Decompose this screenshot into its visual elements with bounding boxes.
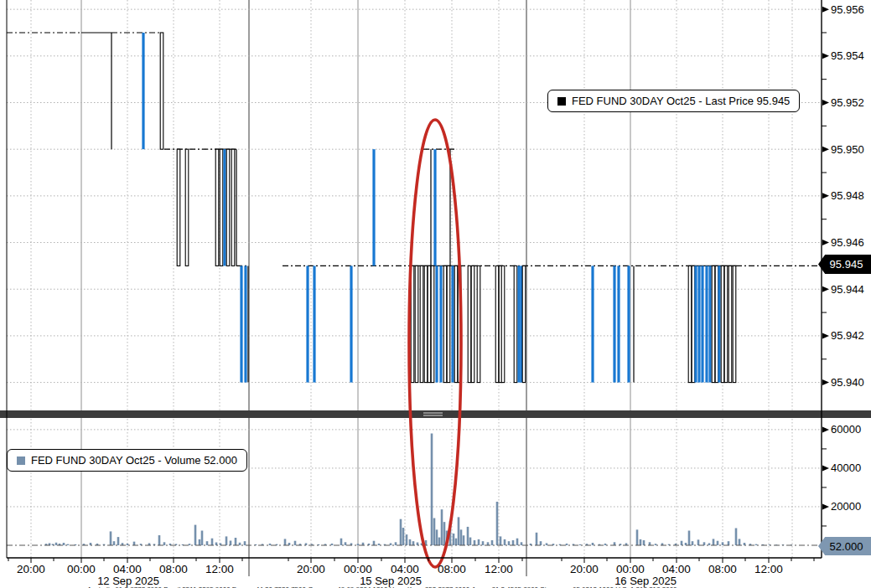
price-bar-hollow (688, 266, 692, 382)
x-axis-hour-label: 20:00 (17, 563, 45, 575)
chart-canvas[interactable]: 95.95695.95495.95295.95095.94895.94695.9… (0, 0, 871, 588)
price-bar-hollow (522, 266, 526, 382)
price-bar-hollow (215, 149, 219, 266)
price-bar-hollow (692, 266, 695, 382)
price-bar-hollow (715, 266, 718, 382)
price-bar-hollow (468, 266, 471, 382)
price-bar-hollow (724, 266, 728, 382)
price-bar-hollow (160, 33, 163, 149)
volume-axis-tick-label: 40000 (831, 462, 861, 474)
price-series-swatch-icon (557, 97, 566, 106)
price-bar-hollow (733, 266, 736, 382)
volume-series-swatch-icon (17, 456, 25, 465)
price-bar-hollow (477, 266, 480, 382)
price-bar-hollow (428, 266, 431, 382)
price-bar-hollow (501, 266, 505, 382)
x-axis-hour-label: 20:00 (297, 563, 325, 575)
price-bar-hollow (231, 149, 235, 266)
volume-series-legend-label: FED FUND 30DAY Oct25 - Volume 52.000 (31, 454, 237, 467)
price-bar-hollow (721, 266, 724, 382)
price-bar-hollow (728, 266, 732, 382)
panel-splitter-handle[interactable] (0, 410, 871, 418)
x-axis-hour-label: 12:00 (485, 563, 513, 575)
price-axis-tick-label: 95.940 (831, 376, 864, 389)
price-bar-hollow (454, 266, 458, 382)
fed-funds-futures-chart-window: 95.95695.95495.95295.95095.94895.94695.9… (0, 0, 871, 588)
x-axis-hour-label: 04:00 (662, 563, 691, 575)
price-axis-tick-label: 95.946 (831, 236, 864, 249)
price-axis-tick-label: 95.956 (831, 3, 864, 16)
price-bar-hollow (226, 149, 230, 266)
x-axis-hour-label: 12:00 (205, 563, 234, 575)
x-axis-hour-label: 08:00 (438, 563, 466, 575)
price-bar-hollow (420, 266, 423, 382)
x-axis-hour-label: 00:00 (616, 563, 645, 575)
price-bar-hollow (415, 266, 418, 382)
price-bar-hollow (471, 266, 474, 382)
price-axis-tick-label: 95.944 (831, 283, 864, 296)
last-volume-badge: 52.000 (818, 537, 871, 555)
price-axis-tick-label: 95.942 (831, 329, 864, 342)
price-axis-tick-label: 95.952 (831, 96, 864, 109)
price-axis-tick-label: 95.950 (831, 143, 864, 156)
x-axis-hour-label: 08:00 (708, 563, 737, 575)
price-series-legend: FED FUND 30DAY Oct25 - Last Price 95.945 (547, 90, 800, 112)
price-bar-hollow (514, 266, 517, 382)
x-axis-hour-label: 12:00 (754, 563, 783, 575)
price-bar-hollow (220, 149, 223, 266)
x-axis-hour-label: 04:00 (113, 563, 142, 575)
x-axis-hour-label: 00:00 (67, 563, 96, 575)
last-price-badge: 95.945 (818, 255, 871, 274)
price-axis-tick-label: 95.954 (831, 49, 864, 62)
price-bar-hollow (495, 266, 499, 382)
price-bar-hollow (443, 266, 447, 382)
x-axis-hour-label: 20:00 (570, 563, 599, 575)
price-bar-hollow (712, 266, 715, 382)
price-bar-hollow (177, 149, 180, 266)
x-axis-hour-label: 04:00 (391, 563, 419, 575)
price-bar-hollow (447, 266, 450, 382)
price-bar-hollow (185, 149, 189, 266)
price-series-legend-label: FED FUND 30DAY Oct25 - Last Price 95.945 (572, 95, 790, 107)
x-axis-hour-label: 00:00 (344, 563, 372, 575)
x-axis-hour-label: 08:00 (159, 563, 188, 575)
price-axis-tick-label: 95.948 (831, 189, 864, 202)
volume-axis-tick-label: 20000 (831, 500, 861, 513)
price-bar-hollow (424, 266, 428, 382)
volume-axis-tick-label: 60000 (831, 423, 861, 436)
volume-series-legend: FED FUND 30DAY Oct25 - Volume 52.000 (7, 449, 247, 472)
price-bar-hollow (431, 266, 434, 382)
